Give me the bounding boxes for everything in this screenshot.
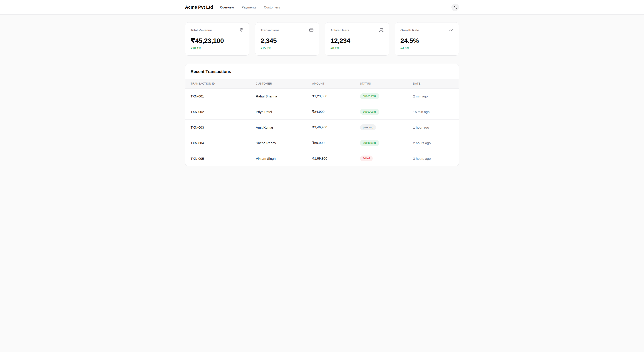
stat-label: Transactions — [260, 28, 280, 32]
indian-rupee-icon — [239, 28, 244, 32]
stat-card-total-revenue: Total Revenue ₹45,23,100 +20.1% — [185, 22, 249, 56]
cell-customer: Rahul Sharma — [256, 89, 312, 104]
table-header-row: TRANSACTION ID CUSTOMER AMOUNT STATUS DA… — [185, 79, 459, 89]
cell-date: 2 hours ago — [413, 135, 459, 151]
cell-customer: Vikram Singh — [256, 151, 312, 166]
cell-customer: Amit Kumar — [256, 120, 312, 135]
column-header-date: DATE — [413, 79, 459, 89]
cell-date: 1 hour ago — [413, 120, 459, 135]
cell-date: 2 min ago — [413, 89, 459, 104]
cell-transaction-id: TXN-001 — [185, 89, 256, 104]
cell-amount: ₹59,900 — [312, 135, 360, 151]
stat-change: +15.3% — [260, 47, 314, 50]
table-row: TXN-002 Priya Patel ₹84,900 successful 1… — [185, 104, 459, 120]
cell-customer: Sneha Reddy — [256, 135, 312, 151]
status-badge: failed — [360, 156, 373, 162]
nav-item-payments[interactable]: Payments — [242, 5, 256, 9]
credit-card-icon — [309, 28, 314, 32]
brand-title: Acme Pvt Ltd — [185, 5, 213, 10]
cell-amount: ₹84,900 — [312, 104, 360, 120]
cell-amount: ₹1,29,900 — [312, 89, 360, 104]
stat-value: ₹45,23,100 — [190, 37, 244, 45]
stat-card-growth-rate: Growth Rate 24.5% +4.3% — [395, 22, 459, 56]
table-row: TXN-001 Rahul Sharma ₹1,29,900 successfu… — [185, 89, 459, 104]
users-icon — [379, 28, 384, 32]
status-badge: successful — [360, 140, 379, 146]
top-navigation-bar: Acme Pvt Ltd Overview Payments Customers — [0, 0, 644, 15]
cell-transaction-id: TXN-004 — [185, 135, 256, 151]
user-icon — [453, 5, 457, 9]
status-badge: successful — [360, 93, 379, 99]
panel-title: Recent Transactions — [185, 64, 459, 79]
cell-amount: ₹2,49,900 — [312, 120, 360, 135]
table-row: TXN-004 Sneha Reddy ₹59,900 successful 2… — [185, 135, 459, 151]
cell-customer: Priya Patel — [256, 104, 312, 120]
cell-amount: ₹1,89,900 — [312, 151, 360, 166]
status-badge: successful — [360, 109, 379, 115]
stat-change: +4.3% — [400, 47, 454, 50]
column-header-amount: AMOUNT — [312, 79, 360, 89]
stat-label: Active Users — [330, 28, 349, 32]
stat-label: Total Revenue — [190, 28, 212, 32]
column-header-customer: CUSTOMER — [256, 79, 312, 89]
stats-grid: Total Revenue ₹45,23,100 +20.1% Transact… — [185, 22, 459, 56]
nav-item-overview[interactable]: Overview — [220, 5, 234, 9]
cell-transaction-id: TXN-003 — [185, 120, 256, 135]
stat-label: Growth Rate — [400, 28, 419, 32]
transactions-table: TRANSACTION ID CUSTOMER AMOUNT STATUS DA… — [185, 79, 459, 166]
stat-change: +8.2% — [330, 47, 384, 50]
recent-transactions-panel: Recent Transactions TRANSACTION ID CUSTO… — [185, 64, 459, 166]
stat-change: +20.1% — [190, 47, 244, 50]
user-avatar-button[interactable] — [452, 4, 459, 11]
table-row: TXN-003 Amit Kumar ₹2,49,900 pending 1 h… — [185, 120, 459, 135]
stat-card-active-users: Active Users 12,234 +8.2% — [325, 22, 389, 56]
stat-card-transactions: Transactions 2,345 +15.3% — [255, 22, 319, 56]
stat-value: 12,234 — [330, 37, 384, 45]
column-header-transaction-id: TRANSACTION ID — [185, 79, 256, 89]
cell-date: 15 min ago — [413, 104, 459, 120]
main-nav: Overview Payments Customers — [220, 5, 280, 9]
nav-item-customers[interactable]: Customers — [264, 5, 280, 9]
stat-value: 24.5% — [400, 37, 454, 45]
cell-transaction-id: TXN-002 — [185, 104, 256, 120]
cell-date: 3 hours ago — [413, 151, 459, 166]
column-header-status: STATUS — [360, 79, 413, 89]
trending-up-icon — [449, 28, 454, 32]
stat-value: 2,345 — [260, 37, 314, 45]
cell-transaction-id: TXN-005 — [185, 151, 256, 166]
status-badge: pending — [360, 124, 376, 130]
table-row: TXN-005 Vikram Singh ₹1,89,900 failed 3 … — [185, 151, 459, 166]
